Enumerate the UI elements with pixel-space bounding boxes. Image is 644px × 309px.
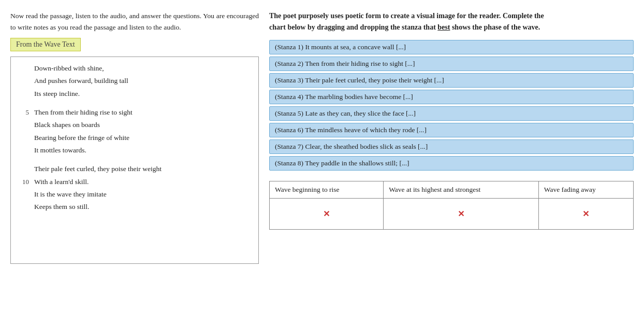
stanza-item[interactable]: (Stanza 7) Clear, the sheathed bodies sl… [269,139,634,154]
line-text: Down-ribbed with shine, [34,62,251,75]
poem-content: Down-ribbed with shine,And pushes forwar… [16,62,251,213]
right-column: The poet purposely uses poetic form to c… [269,10,634,304]
poem-line: Keeps them so still. [16,201,251,213]
line-text: Bearing before the fringe of white [34,132,251,144]
line-text: Then from their hiding rise to sight [34,106,251,119]
poem-line: Its steep incline. [16,88,251,100]
poem-box[interactable]: Down-ribbed with shine,And pushes forwar… [10,57,259,264]
poem-line: It mottles towards. [16,144,251,157]
stanza-item[interactable]: (Stanza 3) Their pale feet curled, they … [269,73,634,88]
right-instructions: The poet purposely uses poetic form to c… [269,10,634,34]
remove-icon-col1[interactable]: ✕ [323,209,330,219]
line-number: 10 [16,176,29,188]
remove-icon-col3[interactable]: ✕ [582,209,589,219]
poem-line: And pushes forward, building tall [16,75,251,87]
poem-line: It is the wave they imitate [16,188,251,201]
drop-zone-col2[interactable]: ✕ [384,198,539,229]
line-number [16,88,29,100]
line-text: And pushes forward, building tall [34,75,251,87]
line-text: It mottles towards. [34,144,251,157]
instructions-line2: chart below by dragging and dropping the… [269,23,437,31]
wave-text-label: From the Wave Text [10,38,81,51]
col1-header: Wave beginning to rise [270,181,384,198]
line-number [16,132,29,144]
poem-line: Down-ribbed with shine, [16,62,251,75]
line-number [16,201,29,213]
drop-zone-col3[interactable]: ✕ [538,198,633,229]
drop-table: Wave beginning to rise Wave at its highe… [269,181,634,230]
line-number [16,62,29,75]
poem-line: Their pale feet curled, they poise their… [16,163,251,175]
left-column: Now read the passage, listen to the audi… [10,10,259,304]
line-number [16,75,29,87]
stanza-item[interactable]: (Stanza 5) Late as they can, they slice … [269,106,634,121]
remove-icon-col2[interactable]: ✕ [458,209,464,219]
line-number [16,144,29,157]
poem-line: Black shapes on boards [16,119,251,131]
poem-line: Bearing before the fringe of white [16,132,251,144]
stanza-item[interactable]: (Stanza 2) Then from their hiding rise t… [269,57,634,71]
col2-header: Wave at its highest and strongest [384,181,539,198]
instructions-line3: shows the phase of the wave. [450,23,540,31]
line-text: It is the wave they imitate [34,188,251,201]
stanza-item[interactable]: (Stanza 8) They paddle in the shallows s… [269,156,634,171]
col3-header: Wave fading away [538,181,633,198]
stanza-item[interactable]: (Stanza 1) It mounts at sea, a concave w… [269,40,634,54]
line-text: Their pale feet curled, they poise their… [34,163,251,175]
line-text: With a learn'd skill. [34,176,251,188]
stanza-item[interactable]: (Stanza 4) The marbling bodies have beco… [269,90,634,104]
line-text: Keeps them so still. [34,201,251,213]
instructions-text: Now read the passage, listen to the audi… [10,10,259,33]
line-text: Black shapes on boards [34,119,251,131]
line-text: Its steep incline. [34,88,251,100]
line-number [16,119,29,131]
poem-line: 5Then from their hiding rise to sight [16,106,251,119]
instructions-underline: best [437,23,450,31]
poem-line: 10With a learn'd skill. [16,176,251,188]
stanza-item[interactable]: (Stanza 6) The mindless heave of which t… [269,123,634,137]
line-number [16,163,29,175]
stanza-list: (Stanza 1) It mounts at sea, a concave w… [269,40,634,171]
line-number: 5 [16,106,29,119]
instructions-line1: The poet purposely uses poetic form to c… [269,12,544,20]
line-number [16,188,29,201]
drop-zone-col1[interactable]: ✕ [270,198,384,229]
